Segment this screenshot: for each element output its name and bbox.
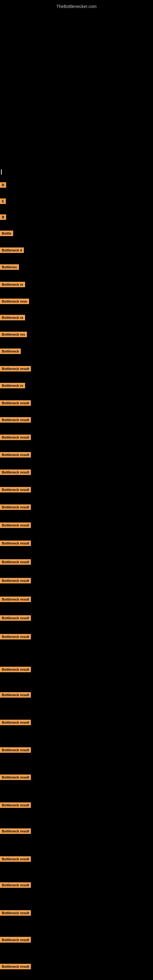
bottleneck-result-label: Bottleneck result xyxy=(0,692,31,698)
bottleneck-result-label: Bottleneck result xyxy=(0,597,31,602)
bottleneck-result-label: Bottleneck res xyxy=(0,332,27,337)
bottleneck-result-label: Bottleneck result xyxy=(0,615,31,621)
bottleneck-result-label: Bottleneck result xyxy=(0,829,31,834)
bottleneck-result-label: Bottleneck d xyxy=(0,247,24,253)
bottleneck-result-label: Bottleneck result xyxy=(0,667,31,672)
bottleneck-result-label: Bottleneck result xyxy=(0,882,31,888)
bottleneck-result-label: Bottleneck result xyxy=(0,452,31,458)
bottleneck-result-label: E xyxy=(0,199,6,204)
cursor-indicator: | xyxy=(1,169,2,175)
bottleneck-result-label: Bottleneck result xyxy=(0,910,31,916)
bottleneck-result-label: Bottleneck ra xyxy=(0,315,25,320)
bottleneck-result-label: Bottleneck result xyxy=(0,634,31,640)
bottleneck-result-label: Bottlenec xyxy=(0,264,19,270)
bottleneck-result-label: Bottleneck result xyxy=(0,366,31,371)
bottleneck-result-label: Bottleneck result xyxy=(0,522,31,528)
bottleneck-result-label: Bottleneck result xyxy=(0,469,31,475)
bottleneck-result-label: Bottleneck result xyxy=(0,720,31,725)
bottleneck-result-label: Bottleneck re xyxy=(0,282,25,287)
bottleneck-result-label: B xyxy=(0,215,6,220)
bottleneck-result-label: Bottleneck result xyxy=(0,964,31,969)
bottleneck-result-label: Bottleneck result xyxy=(0,417,31,423)
bottleneck-result-label: Bottleneck result xyxy=(0,504,31,510)
bottleneck-result-label: Bottleneck result xyxy=(0,937,31,943)
bottleneck-result-label: Bottleneck xyxy=(0,348,21,354)
site-title: TheBottlenecker.com xyxy=(0,2,153,11)
bottleneck-result-label: Bottleneck re xyxy=(0,383,25,388)
bottleneck-result-label: Bottleneck result xyxy=(0,400,31,406)
bottleneck-result-label: Bottleneck result xyxy=(0,487,31,492)
bottleneck-result-label: Bottleneck result xyxy=(0,802,31,808)
bottleneck-result-label: B xyxy=(0,182,6,188)
bottleneck-result-label: Bottle xyxy=(0,231,13,236)
bottleneck-result-label: Bottleneck result xyxy=(0,856,31,862)
bottleneck-result-label: Bottleneck result xyxy=(0,775,31,780)
bottleneck-result-label: Bottleneck resu xyxy=(0,299,29,304)
bottleneck-result-label: Bottleneck result xyxy=(0,541,31,546)
bottleneck-result-label: Bottleneck result xyxy=(0,434,31,440)
bottleneck-result-label: Bottleneck result xyxy=(0,578,31,584)
bottleneck-result-label: Bottleneck result xyxy=(0,559,31,565)
bottleneck-result-label: Bottleneck result xyxy=(0,747,31,753)
